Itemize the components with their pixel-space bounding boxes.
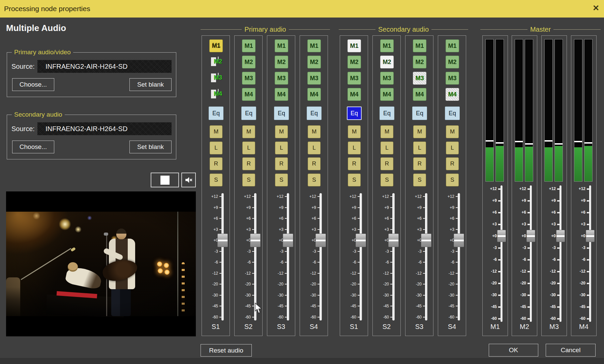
route-button-M4[interactable]: M4: [275, 88, 288, 101]
route-button-M1[interactable]: M1: [446, 39, 459, 52]
eq-button[interactable]: Eq: [274, 107, 289, 120]
bus-button-M[interactable]: M: [308, 125, 321, 138]
bus-button-R[interactable]: R: [348, 157, 361, 170]
fader-track[interactable]: [287, 193, 289, 321]
fader-knob[interactable]: [283, 234, 293, 247]
bus-button-R[interactable]: R: [275, 157, 288, 170]
fader-knob[interactable]: [388, 234, 399, 247]
fader-track[interactable]: [560, 185, 562, 322]
route-button-M3[interactable]: M3: [307, 72, 321, 85]
bus-button-S[interactable]: S: [413, 174, 426, 186]
bus-button-R[interactable]: R: [381, 157, 393, 170]
route-button-M4[interactable]: M4: [348, 88, 361, 101]
fader-track[interactable]: [530, 185, 532, 322]
route-button-M3[interactable]: M3: [413, 72, 426, 85]
route-button-M3[interactable]: M3: [348, 72, 361, 85]
bus-button-L[interactable]: L: [275, 142, 288, 154]
eq-button[interactable]: Eq: [241, 107, 256, 120]
route-button-M2[interactable]: M2: [275, 56, 288, 68]
fader-knob[interactable]: [454, 234, 464, 247]
route-button-M1[interactable]: M1: [275, 39, 288, 52]
bus-button-M[interactable]: M: [348, 125, 361, 138]
route-button-M2[interactable]: M2: [348, 56, 361, 68]
fader-track[interactable]: [360, 193, 362, 321]
bus-button-L[interactable]: L: [210, 142, 222, 154]
secondary-source-field[interactable]: INFRAENG2-AIR-H264-SD: [37, 122, 172, 135]
bus-button-L[interactable]: L: [381, 142, 393, 154]
route-button-M2[interactable]: M2: [242, 56, 255, 68]
route-button-M2[interactable]: M2: [446, 56, 459, 68]
cancel-button[interactable]: Cancel: [546, 344, 596, 357]
route-button-M2[interactable]: M2: [307, 56, 321, 68]
eq-button[interactable]: Eq: [445, 107, 460, 120]
fader-track[interactable]: [501, 185, 503, 322]
mute-button[interactable]: [181, 173, 196, 187]
reset-audio-button[interactable]: Reset audio: [201, 344, 252, 357]
primary-set-blank-button[interactable]: Set blank: [129, 78, 172, 91]
bus-button-L[interactable]: L: [242, 142, 255, 154]
route-button-M4[interactable]: M4: [307, 88, 321, 101]
stop-button[interactable]: [151, 173, 179, 187]
bus-button-M[interactable]: M: [381, 125, 393, 138]
bus-button-R[interactable]: R: [446, 157, 459, 170]
route-button-M3[interactable]: M3: [446, 72, 459, 85]
bus-button-S[interactable]: S: [348, 174, 361, 186]
fader-track[interactable]: [254, 193, 256, 321]
bus-button-L[interactable]: L: [413, 142, 426, 154]
route-button-M4[interactable]: M4: [413, 88, 426, 101]
fader-knob[interactable]: [217, 234, 228, 247]
bus-button-L[interactable]: L: [308, 142, 321, 154]
bus-button-M[interactable]: M: [413, 125, 426, 138]
fader-track[interactable]: [458, 193, 460, 321]
bus-button-M[interactable]: M: [446, 125, 459, 138]
eq-button[interactable]: Eq: [412, 107, 427, 120]
fader-knob[interactable]: [421, 234, 431, 247]
primary-choose-button[interactable]: Choose...: [12, 78, 54, 91]
fader-knob[interactable]: [586, 230, 595, 242]
bus-button-S[interactable]: S: [275, 174, 288, 186]
fader-knob[interactable]: [526, 230, 535, 242]
fader-track[interactable]: [320, 193, 322, 321]
bus-button-L[interactable]: L: [446, 142, 459, 154]
eq-button[interactable]: Eq: [380, 107, 394, 120]
route-button-M3[interactable]: M3: [209, 72, 223, 85]
route-button-M2[interactable]: M2: [413, 56, 426, 68]
route-button-M3[interactable]: M3: [380, 72, 394, 85]
bus-button-S[interactable]: S: [381, 174, 393, 186]
close-icon[interactable]: ✕: [593, 4, 599, 12]
bus-button-S[interactable]: S: [242, 174, 255, 186]
bus-button-S[interactable]: S: [210, 174, 222, 186]
route-button-M1[interactable]: M1: [348, 39, 361, 52]
route-button-M1[interactable]: M1: [380, 39, 394, 52]
fader-knob[interactable]: [250, 234, 261, 247]
secondary-choose-button[interactable]: Choose...: [12, 141, 54, 153]
fader-knob[interactable]: [556, 230, 565, 242]
route-button-M4[interactable]: M4: [446, 88, 459, 101]
route-button-M4[interactable]: M4: [380, 88, 394, 101]
route-button-M1[interactable]: M1: [209, 39, 223, 52]
route-button-M1[interactable]: M1: [242, 39, 255, 52]
fader-track[interactable]: [221, 193, 224, 321]
bus-button-R[interactable]: R: [242, 157, 255, 170]
ok-button[interactable]: OK: [489, 344, 538, 357]
eq-button[interactable]: Eq: [307, 107, 322, 120]
bus-button-R[interactable]: R: [308, 157, 321, 170]
route-button-M4[interactable]: M4: [242, 88, 255, 101]
bus-button-M[interactable]: M: [275, 125, 288, 138]
fader-track[interactable]: [392, 193, 395, 321]
bus-button-R[interactable]: R: [413, 157, 426, 170]
fader-track[interactable]: [589, 185, 591, 322]
route-button-M3[interactable]: M3: [275, 72, 288, 85]
route-button-M1[interactable]: M1: [307, 39, 321, 52]
route-button-M1[interactable]: M1: [413, 39, 426, 52]
bus-button-M[interactable]: M: [210, 125, 222, 138]
route-button-M2[interactable]: M2: [380, 56, 394, 68]
route-button-M4[interactable]: M4: [209, 88, 223, 101]
eq-button[interactable]: Eq: [209, 107, 223, 120]
fader-track[interactable]: [425, 193, 427, 321]
primary-source-field[interactable]: INFRAENG2-AIR-H264-SD: [37, 60, 172, 73]
fader-knob[interactable]: [497, 230, 506, 242]
bus-button-R[interactable]: R: [210, 157, 222, 170]
fader-knob[interactable]: [356, 234, 366, 247]
bus-button-M[interactable]: M: [242, 125, 255, 138]
